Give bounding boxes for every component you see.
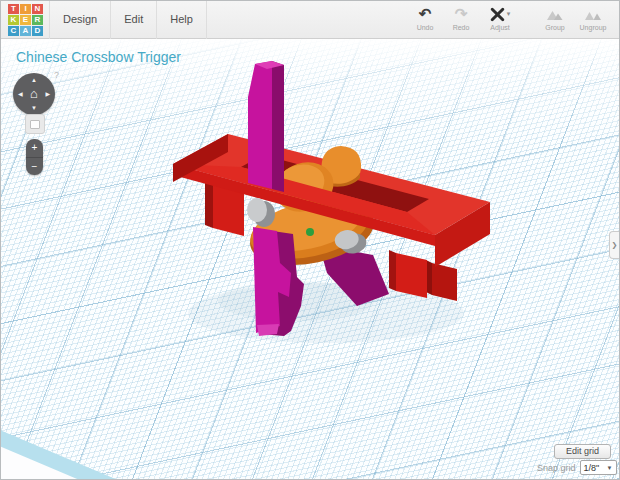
logo-tile: I	[20, 4, 31, 14]
parts-panel-handle[interactable]: ❯	[609, 231, 619, 259]
redo-button[interactable]: ↷ Redo	[443, 4, 479, 32]
menu-edit[interactable]: Edit	[111, 1, 157, 39]
snap-grid-value: 1/8"	[584, 463, 600, 473]
edit-grid-button[interactable]: Edit grid	[554, 444, 611, 459]
app-window: T I N K E R C A D Design Edit Help ↶ Und…	[0, 0, 620, 480]
logo-tile: R	[32, 15, 43, 25]
logo-tile: A	[20, 26, 31, 36]
home-view-icon[interactable]: ⌂	[13, 86, 55, 101]
ungroup-label: Ungroup	[573, 24, 613, 32]
rotate-up-icon[interactable]: ▲	[31, 77, 37, 83]
group-shapes-icon	[546, 8, 564, 21]
redo-arrow-icon: ↷	[455, 5, 468, 23]
adjust-label: Adjust	[479, 24, 521, 32]
undo-label: Undo	[407, 24, 443, 32]
orbit-pad[interactable]: ▲ ▼ ◀ ▶ ⌂	[13, 73, 55, 115]
main-menu: Design Edit Help	[49, 1, 207, 39]
undo-arrow-icon: ↶	[419, 5, 432, 23]
rotate-down-icon[interactable]: ▼	[31, 105, 37, 111]
group-label: Group	[537, 24, 573, 32]
trigger-blade[interactable]	[248, 61, 284, 192]
logo-tile: T	[8, 4, 19, 14]
adjust-button[interactable]: ▾ Adjust	[479, 4, 521, 32]
nav-help-icon[interactable]: ?	[54, 70, 59, 80]
ungroup-button[interactable]: Ungroup	[573, 4, 613, 32]
zoom-control: + −	[26, 139, 43, 175]
ungroup-shapes-icon	[584, 8, 602, 21]
menu-design[interactable]: Design	[50, 1, 111, 39]
page-title: Chinese Crossbow Trigger	[16, 49, 181, 65]
toolbar: ↶ Undo ↷ Redo ▾ Adjust	[407, 4, 613, 32]
dropdown-arrow-icon: ▼	[607, 465, 613, 471]
zoom-in-button[interactable]: +	[26, 139, 43, 158]
adjust-tools-icon	[490, 7, 505, 22]
menu-help[interactable]: Help	[157, 1, 207, 39]
pivot-dot	[306, 228, 314, 236]
logo-tile: C	[8, 26, 19, 36]
workplane-icon	[30, 120, 40, 129]
logo-tile: D	[32, 26, 43, 36]
logo-tile: E	[20, 15, 31, 25]
zoom-out-button[interactable]: −	[26, 158, 43, 176]
fit-view-button[interactable]	[25, 114, 45, 134]
snap-grid-dropdown[interactable]: 1/8" ▼	[580, 460, 617, 475]
logo-tile: N	[32, 4, 43, 14]
model-crossbow-trigger[interactable]	[1, 39, 619, 479]
snap-grid-label: Snap grid	[537, 463, 576, 473]
tinkercad-logo[interactable]: T I N K E R C A D	[8, 4, 43, 36]
axle-pin-left[interactable]	[247, 198, 275, 227]
snap-grid-control: Snap grid 1/8" ▼	[537, 460, 617, 475]
undo-button[interactable]: ↶ Undo	[407, 4, 443, 32]
redo-label: Redo	[443, 24, 479, 32]
chevron-down-icon: ▾	[507, 10, 511, 18]
viewport-canvas[interactable]: Chinese Crossbow Trigger	[1, 39, 619, 479]
top-menu-bar: T I N K E R C A D Design Edit Help ↶ Und…	[1, 1, 619, 39]
group-button[interactable]: Group	[537, 4, 573, 32]
logo-tile: K	[8, 15, 19, 25]
